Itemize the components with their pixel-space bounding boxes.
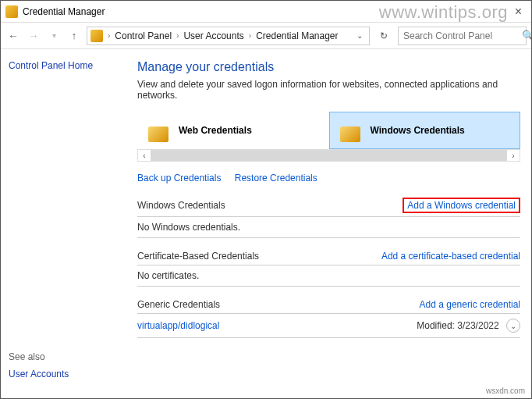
- breadcrumb-item[interactable]: Control Panel: [115, 30, 172, 41]
- add-generic-credential-link[interactable]: Add a generic credential: [420, 299, 520, 310]
- titlebar: Credential Manager ×: [1, 1, 531, 23]
- page-title: Manage your credentials: [137, 60, 520, 74]
- refresh-button[interactable]: ↻: [374, 27, 393, 45]
- tab-label: Web Credentials: [179, 125, 252, 136]
- generic-credentials-header: Generic Credentials Add a generic creden…: [137, 296, 520, 314]
- chevron-right-icon[interactable]: ›: [175, 31, 180, 40]
- certificate-credentials-empty: No certificates.: [137, 265, 520, 287]
- scroll-track[interactable]: [151, 150, 507, 161]
- empty-text: No Windows credentials.: [137, 222, 240, 233]
- search-icon[interactable]: 🔍: [522, 30, 532, 41]
- generic-credential-row[interactable]: virtualapp/didlogical Modified: 3/23/202…: [137, 314, 520, 338]
- navbar: ← → ▾ ↑ › Control Panel › User Accounts …: [1, 23, 531, 49]
- recent-dropdown[interactable]: ▾: [46, 28, 62, 44]
- scroll-left-button[interactable]: ‹: [138, 151, 151, 160]
- restore-credentials-link[interactable]: Restore Credentials: [235, 173, 317, 183]
- up-button[interactable]: ↑: [66, 28, 82, 44]
- breadcrumb-item[interactable]: Credential Manager: [256, 30, 338, 41]
- modified-date: 3/23/2022: [457, 320, 498, 331]
- breadcrumb-item[interactable]: User Accounts: [183, 30, 243, 41]
- sidebar: Control Panel Home See also User Account…: [1, 49, 137, 398]
- section-title: Generic Credentials: [137, 299, 220, 310]
- back-button[interactable]: ←: [5, 28, 21, 44]
- empty-text: No certificates.: [137, 270, 199, 281]
- chevron-down-icon[interactable]: ⌄: [353, 31, 366, 40]
- certificate-credentials-header: Certificate-Based Credentials Add a cert…: [137, 248, 520, 265]
- close-button[interactable]: ×: [510, 5, 527, 19]
- tab-label: Windows Credentials: [371, 125, 465, 136]
- main-content: Manage your credentials View and delete …: [137, 49, 531, 398]
- windows-credentials-header: Windows Credentials Add a Windows creden…: [137, 194, 520, 217]
- credential-name[interactable]: virtualapp/didlogical: [137, 320, 219, 331]
- see-also-label: See also: [9, 351, 129, 362]
- windows-credentials-icon: [338, 119, 364, 142]
- modified-label: Modified:: [417, 320, 455, 331]
- tab-web-credentials[interactable]: Web Credentials: [137, 112, 329, 149]
- add-certificate-credential-link[interactable]: Add a certificate-based credential: [381, 251, 520, 262]
- control-panel-home-link[interactable]: Control Panel Home: [9, 60, 129, 71]
- backup-credentials-link[interactable]: Back up Credentials: [137, 173, 221, 183]
- page-subtitle: View and delete your saved logon informa…: [137, 79, 520, 101]
- folder-icon: [90, 30, 103, 42]
- expand-button[interactable]: ⌄: [506, 319, 520, 333]
- chevron-right-icon[interactable]: ›: [247, 31, 253, 40]
- tab-windows-credentials[interactable]: Windows Credentials: [329, 112, 521, 149]
- user-accounts-link[interactable]: User Accounts: [9, 369, 129, 379]
- search-box[interactable]: 🔍: [398, 27, 527, 45]
- breadcrumb[interactable]: › Control Panel › User Accounts › Creden…: [87, 27, 370, 45]
- credential-modified: Modified: 3/23/2022 ⌄: [417, 319, 520, 333]
- windows-credentials-empty: No Windows credentials.: [137, 217, 520, 238]
- window-title: Credential Manager: [23, 6, 105, 17]
- section-title: Windows Credentials: [137, 200, 225, 211]
- forward-button: →: [26, 28, 41, 44]
- web-credentials-icon: [146, 119, 172, 142]
- search-input[interactable]: [402, 30, 522, 42]
- section-title: Certificate-Based Credentials: [137, 251, 259, 262]
- credentials-tabs: Web Credentials Windows Credentials: [137, 112, 520, 149]
- app-icon: [5, 5, 18, 18]
- add-windows-credential-link[interactable]: Add a Windows credential: [407, 200, 516, 211]
- tabs-scrollbar[interactable]: ‹ ›: [137, 149, 520, 162]
- chevron-right-icon[interactable]: ›: [106, 31, 112, 40]
- scroll-right-button[interactable]: ›: [507, 151, 520, 160]
- add-windows-credential-highlight: Add a Windows credential: [403, 198, 520, 213]
- credential-actions: Back up Credentials Restore Credentials: [137, 173, 520, 183]
